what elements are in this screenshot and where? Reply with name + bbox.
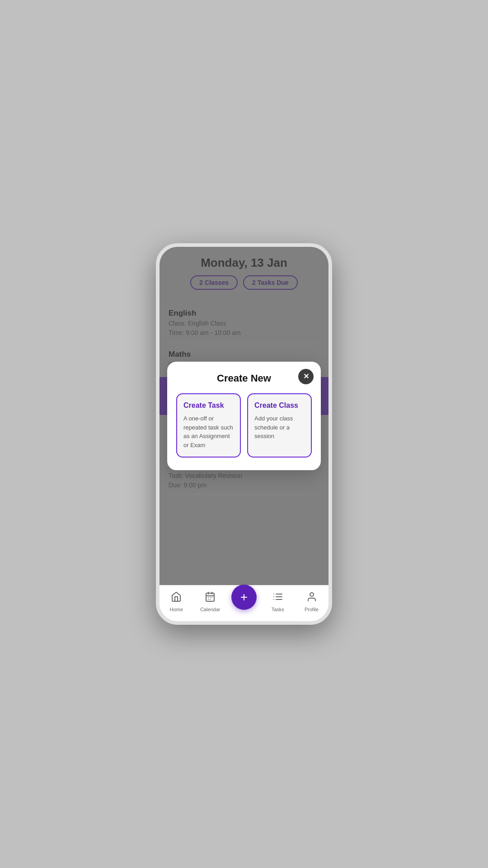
nav-item-profile[interactable]: Profile	[295, 591, 328, 612]
profile-icon	[306, 591, 317, 605]
home-icon	[171, 591, 182, 605]
nav-item-tasks[interactable]: Tasks	[261, 591, 295, 612]
create-class-desc: Add your class schedule or a session	[254, 414, 305, 441]
close-button[interactable]: ✕	[298, 369, 314, 384]
phone-frame: Monday, 13 Jan 2 Classes 2 Tasks Due Eng…	[156, 243, 332, 625]
profile-label: Profile	[305, 607, 319, 612]
modal-cards: Create Task A one-off or repeated task s…	[176, 393, 312, 458]
fab-button[interactable]: +	[231, 585, 257, 610]
create-task-card[interactable]: Create Task A one-off or repeated task s…	[176, 393, 241, 458]
svg-point-15	[310, 593, 314, 596]
modal-title: Create New	[176, 373, 312, 384]
calendar-icon	[205, 591, 216, 605]
bottom-nav: Home Calendar	[160, 585, 328, 621]
create-task-title: Create Task	[183, 401, 234, 410]
nav-item-fab[interactable]: +	[227, 585, 261, 619]
nav-item-home[interactable]: Home	[160, 591, 193, 612]
background-content: Monday, 13 Jan 2 Classes 2 Tasks Due Eng…	[160, 247, 328, 585]
modal-overlay: Create New ✕ Create Task A one-off or re…	[160, 247, 328, 585]
home-label: Home	[170, 607, 183, 612]
tasks-label: Tasks	[272, 607, 284, 612]
calendar-label: Calendar	[200, 607, 221, 612]
plus-icon: +	[240, 591, 248, 604]
screen: Monday, 13 Jan 2 Classes 2 Tasks Due Eng…	[160, 247, 328, 621]
close-icon: ✕	[303, 373, 309, 380]
tasks-icon	[272, 591, 283, 605]
nav-item-calendar[interactable]: Calendar	[193, 591, 227, 612]
create-task-desc: A one-off or repeated task such as an As…	[183, 414, 234, 449]
create-class-card[interactable]: Create Class Add your class schedule or …	[247, 393, 312, 458]
create-new-modal: Create New ✕ Create Task A one-off or re…	[167, 362, 321, 470]
create-class-title: Create Class	[254, 401, 305, 410]
